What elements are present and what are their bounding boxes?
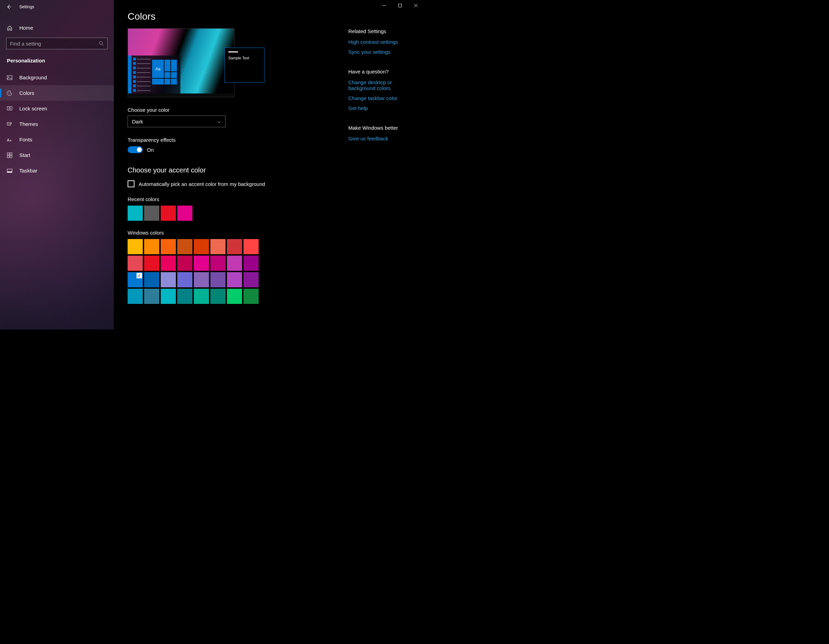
right-sidebar: Related Settings High contrast settings … <box>348 28 410 304</box>
windows-color-swatch[interactable] <box>227 272 242 287</box>
windows-color-swatch[interactable] <box>227 239 242 254</box>
link-feedback[interactable]: Give us feedback <box>348 136 410 141</box>
windows-color-swatch[interactable] <box>144 256 159 271</box>
windows-color-swatch[interactable] <box>177 239 192 254</box>
sidebar-item-themes[interactable]: Themes <box>0 116 114 132</box>
recent-color-swatch[interactable] <box>177 205 192 221</box>
windows-color-swatch[interactable] <box>128 289 143 304</box>
close-button[interactable] <box>408 0 424 11</box>
windows-color-swatch[interactable] <box>144 272 159 287</box>
preview-sample-window: Sample Text <box>224 47 265 83</box>
question-heading: Have a question? <box>348 69 410 74</box>
search-field[interactable] <box>6 38 107 49</box>
windows-color-swatch[interactable] <box>161 272 176 287</box>
recent-color-swatch[interactable] <box>144 205 159 221</box>
sidebar-item-fonts[interactable]: AA Fonts <box>0 132 114 147</box>
sidebar-item-label: Background <box>19 74 47 80</box>
preview-start-menu: Aa <box>128 55 180 97</box>
windows-color-swatch[interactable] <box>243 239 258 254</box>
sidebar-item-lock-screen[interactable]: Lock screen <box>0 101 114 116</box>
windows-color-swatch[interactable] <box>227 256 242 271</box>
app-title: Settings <box>19 5 34 9</box>
windows-color-swatch[interactable] <box>144 239 159 254</box>
maximize-button[interactable] <box>392 0 408 11</box>
windows-color-swatch[interactable] <box>161 256 176 271</box>
windows-color-swatch[interactable] <box>177 256 192 271</box>
windows-color-swatch[interactable] <box>144 289 159 304</box>
transparency-toggle[interactable] <box>128 146 143 153</box>
picture-icon <box>7 75 13 80</box>
transparency-label: Transparency effects <box>128 137 328 143</box>
svg-line-6 <box>102 44 104 46</box>
windows-color-swatch[interactable] <box>210 256 225 271</box>
maximize-icon <box>398 4 402 7</box>
themes-icon <box>7 122 13 127</box>
minimize-button[interactable] <box>376 0 392 11</box>
choose-color-dropdown[interactable]: Dark <box>128 115 225 127</box>
windows-color-swatch[interactable] <box>128 239 143 254</box>
svg-rect-19 <box>7 156 9 158</box>
svg-rect-20 <box>10 156 12 158</box>
sidebar-item-label: Fonts <box>19 137 32 142</box>
auto-pick-checkbox[interactable] <box>128 180 134 187</box>
windows-color-swatch[interactable] <box>194 239 209 254</box>
windows-color-swatch[interactable] <box>194 256 209 271</box>
preview-tile-text: Aa <box>152 60 164 78</box>
main-content: Colors Sample Text <box>114 0 424 330</box>
recent-color-swatch[interactable] <box>161 205 176 221</box>
auto-pick-label: Automatically pick an accent color from … <box>139 181 265 187</box>
accent-heading: Choose your accent color <box>128 166 328 174</box>
chevron-down-icon <box>217 119 221 123</box>
windows-colors-label: Windows colors <box>128 230 328 235</box>
sidebar-item-colors[interactable]: Colors <box>0 85 114 101</box>
sidebar-item-label: Taskbar <box>19 167 38 174</box>
link-change-taskbar[interactable]: Change taskbar color <box>348 95 410 101</box>
windows-color-swatch[interactable] <box>210 239 225 254</box>
link-high-contrast[interactable]: High contrast settings <box>348 39 410 45</box>
link-change-background[interactable]: Change desktop or background colors <box>348 79 410 91</box>
search-input[interactable] <box>10 41 99 47</box>
windows-color-swatch[interactable] <box>128 272 143 287</box>
sidebar-item-background[interactable]: Background <box>0 69 114 85</box>
back-button[interactable] <box>6 3 13 10</box>
auto-pick-checkbox-row[interactable]: Automatically pick an accent color from … <box>128 180 328 187</box>
windows-color-swatch[interactable] <box>243 289 258 304</box>
home-nav[interactable]: Home <box>0 21 114 35</box>
svg-point-8 <box>8 76 9 77</box>
windows-color-swatch[interactable] <box>194 272 209 287</box>
link-sync-settings[interactable]: Sync your settings <box>348 49 410 55</box>
windows-color-swatch[interactable] <box>227 289 242 304</box>
sidebar-item-start[interactable]: Start <box>0 147 114 163</box>
home-icon <box>7 25 13 31</box>
svg-point-11 <box>9 94 9 95</box>
better-heading: Make Windows better <box>348 125 410 131</box>
windows-color-swatch[interactable] <box>243 256 258 271</box>
windows-color-swatch[interactable] <box>210 289 225 304</box>
link-get-help[interactable]: Get help <box>348 105 410 111</box>
fonts-icon: AA <box>7 137 13 142</box>
sidebar-nav: Background Colors Lock screen Themes AA … <box>0 69 114 178</box>
windows-color-swatch[interactable] <box>161 239 176 254</box>
windows-color-swatch[interactable] <box>177 272 192 287</box>
windows-color-swatch[interactable] <box>161 289 176 304</box>
windows-color-swatch[interactable] <box>128 256 143 271</box>
svg-text:A: A <box>9 139 12 142</box>
windows-color-swatch[interactable] <box>243 272 258 287</box>
color-preview: Sample Text <box>128 28 235 97</box>
svg-rect-18 <box>10 153 12 155</box>
svg-point-10 <box>9 92 9 92</box>
sidebar-item-label: Themes <box>19 121 38 127</box>
windows-color-swatch[interactable] <box>194 289 209 304</box>
sidebar-item-taskbar[interactable]: Taskbar <box>0 163 114 178</box>
window-controls <box>376 0 424 11</box>
windows-color-swatch[interactable] <box>210 272 225 287</box>
close-icon <box>414 4 418 7</box>
recent-color-swatch[interactable] <box>128 205 143 221</box>
svg-point-5 <box>99 41 102 44</box>
preview-sample-text: Sample Text <box>228 56 261 60</box>
page-title: Colors <box>128 11 410 22</box>
recent-colors-label: Recent colors <box>128 196 328 202</box>
svg-rect-22 <box>7 171 12 172</box>
windows-color-swatch[interactable] <box>177 289 192 304</box>
palette-icon <box>7 90 13 96</box>
